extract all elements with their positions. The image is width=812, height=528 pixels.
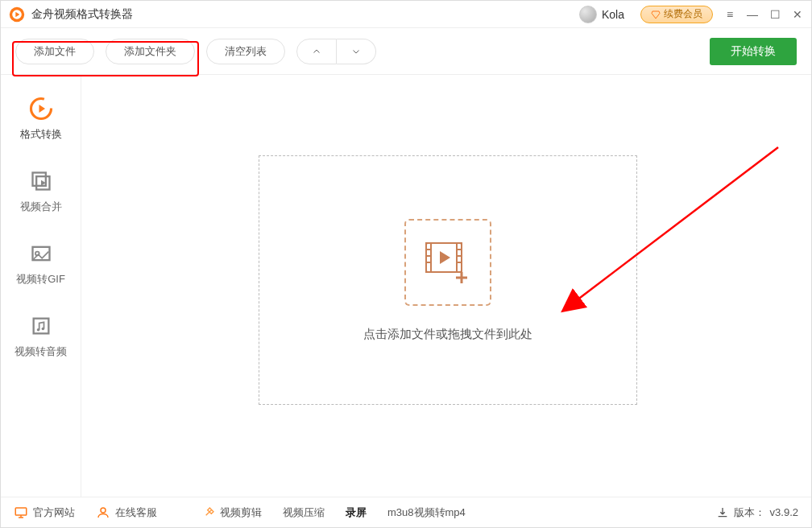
move-down-button[interactable] xyxy=(337,39,376,64)
diamond-icon xyxy=(651,10,661,19)
sidebar-item-format-convert[interactable]: 格式转换 xyxy=(1,83,81,155)
footer-m3u8[interactable]: m3u8视频转mp4 xyxy=(387,505,466,520)
svg-point-12 xyxy=(36,328,39,332)
version-label: 版本： xyxy=(734,505,765,520)
footer-video-compress[interactable]: 视频压缩 xyxy=(283,505,325,520)
move-group xyxy=(296,39,376,64)
app-window: 金舟视频格式转换器 Kola 续费会员 ≡ — ☐ ✕ 添加文件 添加文件夹 清… xyxy=(0,0,812,528)
sidebar-item-video-merge[interactable]: 视频合并 xyxy=(1,155,81,228)
sidebar-item-video-to-audio[interactable]: 视频转音频 xyxy=(1,300,81,373)
plug-icon xyxy=(202,506,215,519)
sidebar-label: 格式转换 xyxy=(20,127,62,142)
toolbar: 添加文件 添加文件夹 清空列表 开始转换 xyxy=(1,28,811,75)
sidebar: 格式转换 视频合并 视频转GIF 视频转音频 xyxy=(1,75,81,497)
footer-label: 在线客服 xyxy=(115,505,157,520)
drop-zone-inner xyxy=(404,219,491,306)
footer: 官方网站 在线客服 视频剪辑 视频压缩 录屏 m3u8视频转mp4 版本：v3.… xyxy=(1,497,811,527)
user-avatar-icon xyxy=(579,6,597,23)
add-file-button[interactable]: 添加文件 xyxy=(15,39,94,64)
renew-vip-button[interactable]: 续费会员 xyxy=(640,6,713,23)
footer-video-edit[interactable]: 视频剪辑 xyxy=(202,505,262,520)
svg-marker-23 xyxy=(440,251,450,264)
menu-button[interactable]: ≡ xyxy=(724,9,735,20)
app-title: 金舟视频格式转换器 xyxy=(31,7,133,22)
svg-rect-11 xyxy=(33,319,48,334)
user-info[interactable]: Kola xyxy=(579,6,624,23)
start-convert-button[interactable]: 开始转换 xyxy=(710,38,797,65)
sidebar-label: 视频合并 xyxy=(20,200,62,214)
footer-label: 官方网站 xyxy=(33,505,75,520)
footer-label: m3u8视频转mp4 xyxy=(387,505,466,520)
svg-point-31 xyxy=(101,508,106,513)
svg-rect-15 xyxy=(426,243,431,272)
start-convert-label: 开始转换 xyxy=(731,44,776,59)
clear-list-label: 清空列表 xyxy=(225,44,267,59)
add-video-icon xyxy=(423,240,473,285)
user-name: Kola xyxy=(602,8,624,21)
svg-marker-5 xyxy=(39,105,45,113)
video-audio-icon xyxy=(29,314,53,338)
add-folder-label: 添加文件夹 xyxy=(124,44,176,59)
sidebar-label: 视频转音频 xyxy=(14,344,67,359)
version-value: v3.9.2 xyxy=(770,506,798,518)
svg-rect-16 xyxy=(457,243,462,272)
chevron-up-icon xyxy=(312,47,321,56)
drop-zone-text: 点击添加文件或拖拽文件到此处 xyxy=(363,327,532,342)
footer-label: 视频剪辑 xyxy=(220,505,262,520)
svg-marker-3 xyxy=(652,11,660,19)
close-button[interactable]: ✕ xyxy=(792,9,803,20)
maximize-button[interactable]: ☐ xyxy=(769,9,781,20)
add-file-label: 添加文件 xyxy=(34,44,76,59)
footer-official-site[interactable]: 官方网站 xyxy=(14,505,75,520)
video-gif-icon xyxy=(29,241,53,266)
footer-screen-record[interactable]: 录屏 xyxy=(346,505,367,520)
move-up-button[interactable] xyxy=(296,39,337,64)
sidebar-label: 视频转GIF xyxy=(16,272,65,287)
add-folder-button[interactable]: 添加文件夹 xyxy=(106,39,195,64)
format-convert-icon xyxy=(29,97,53,121)
video-merge-icon xyxy=(29,169,53,193)
main-area: 点击添加文件或拖拽文件到此处 xyxy=(81,75,811,497)
version-info: 版本：v3.9.2 xyxy=(716,505,798,520)
title-bar: 金舟视频格式转换器 Kola 续费会员 ≡ — ☐ ✕ xyxy=(1,1,811,28)
drop-zone[interactable]: 点击添加文件或拖拽文件到此处 xyxy=(259,155,637,405)
svg-point-13 xyxy=(41,328,44,331)
download-icon xyxy=(716,506,729,519)
footer-online-service[interactable]: 在线客服 xyxy=(96,505,157,520)
footer-label: 录屏 xyxy=(346,505,367,520)
headset-icon xyxy=(96,505,110,520)
chevron-down-icon xyxy=(351,47,361,56)
svg-rect-28 xyxy=(15,508,27,515)
app-logo-icon xyxy=(9,6,25,23)
sidebar-item-video-to-gif[interactable]: 视频转GIF xyxy=(1,228,81,300)
footer-label: 视频压缩 xyxy=(283,505,325,520)
clear-list-button[interactable]: 清空列表 xyxy=(206,39,285,64)
minimize-button[interactable]: — xyxy=(747,9,758,20)
body: 格式转换 视频合并 视频转GIF 视频转音频 xyxy=(1,75,811,497)
monitor-icon xyxy=(14,505,28,520)
window-controls: ≡ — ☐ ✕ xyxy=(724,9,803,20)
renew-vip-label: 续费会员 xyxy=(664,7,702,21)
